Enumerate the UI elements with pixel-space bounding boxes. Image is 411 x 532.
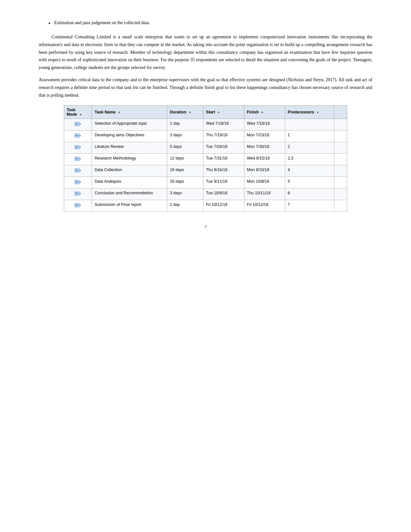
finish-cell: Mon 9/10/18 (244, 165, 285, 177)
predecessors-cell: 2,3 (285, 154, 334, 165)
finish-cell: Thu 10/11/18 (244, 189, 285, 200)
page-number: 7 (39, 225, 372, 230)
start-cell: Tue 9/11/18 (203, 177, 244, 189)
table-row: Submission of Final report1 dayFri 10/12… (64, 200, 347, 212)
svg-marker-29 (79, 204, 81, 206)
paragraph-2: Assessment provides critical data to the… (39, 76, 372, 99)
task-mode-cell (64, 131, 92, 142)
task-mode-icon (74, 179, 82, 186)
table-header-row: TaskMode ▼ Task Name ▼ Duration ▼ Start … (64, 106, 347, 119)
task-name-cell: Conclusion and Recommndetion (92, 189, 167, 200)
predecessors-cell: 5 (285, 177, 334, 189)
duration-cell: 3 days (167, 189, 203, 200)
svg-marker-17 (79, 169, 81, 171)
finish-cell: Fri 10/12/18 (244, 200, 285, 212)
start-cell: Wed 7/18/18 (203, 119, 244, 131)
sort-arrow-task-name: ▼ (118, 111, 121, 114)
predecessors-cell: 7 (285, 200, 334, 212)
task-mode-cell (64, 177, 92, 189)
finish-cell: Mon 7/30/18 (244, 142, 285, 154)
col-header-task-name[interactable]: Task Name ▼ (92, 106, 167, 119)
start-cell: Tue 10/9/18 (203, 189, 244, 200)
task-name-cell: Selection of Appropriate topic (92, 119, 167, 131)
table-row: Data Analaysis20 daysTue 9/11/18Mon 10/8… (64, 177, 347, 189)
bullet-item: • Estimation and pass judgement on the c… (48, 19, 372, 28)
svg-marker-25 (79, 193, 81, 195)
duration-cell: 1 day (167, 119, 203, 131)
extra-cell (334, 119, 347, 131)
extra-cell (334, 200, 347, 212)
svg-marker-21 (79, 181, 81, 183)
finish-cell: Wed 8/15/18 (244, 154, 285, 165)
task-name-cell: Submission of Final report (92, 200, 167, 212)
task-mode-cell (64, 142, 92, 154)
table-row: Conclusion and Recommndetion3 daysTue 10… (64, 189, 347, 200)
extra-cell (334, 165, 347, 177)
duration-cell: 18 days (167, 165, 203, 177)
svg-rect-12 (75, 157, 79, 161)
sort-arrow-task-mode: ▼ (79, 113, 82, 116)
svg-marker-5 (79, 135, 81, 137)
svg-rect-24 (75, 192, 79, 196)
task-mode-icon (74, 121, 82, 128)
extra-cell (334, 142, 347, 154)
table-row: Data Collection18 daysThu 8/16/18Mon 9/1… (64, 165, 347, 177)
task-mode-cell (64, 154, 92, 165)
task-mode-cell (64, 165, 92, 177)
gantt-table: TaskMode ▼ Task Name ▼ Duration ▼ Start … (64, 105, 347, 212)
bullet-text: Estimation and pass judgement on the col… (54, 19, 150, 26)
extra-cell (334, 177, 347, 189)
duration-cell: 20 days (167, 177, 203, 189)
table-row: Litrature Review5 daysTue 7/24/18Mon 7/3… (64, 142, 347, 154)
task-name-cell: Developing aims Objectives (92, 131, 167, 142)
duration-cell: 12 days (167, 154, 203, 165)
finish-cell: Mon 10/8/18 (244, 177, 285, 189)
svg-rect-28 (75, 203, 79, 207)
duration-cell: 1 day (167, 200, 203, 212)
task-mode-icon (74, 191, 82, 198)
task-mode-cell (64, 119, 92, 131)
gantt-table-container: TaskMode ▼ Task Name ▼ Duration ▼ Start … (64, 105, 347, 212)
task-mode-cell (64, 189, 92, 200)
table-row: Selection of Appropriate topic1 dayWed 7… (64, 119, 347, 131)
duration-cell: 3 days (167, 131, 203, 142)
extra-cell (334, 131, 347, 142)
task-name-cell: Litrature Review (92, 142, 167, 154)
table-row: Developing aims Objectives3 daysThu 7/19… (64, 131, 347, 142)
finish-cell: Wed 7/18/18 (244, 119, 285, 131)
start-cell: Thu 7/19/18 (203, 131, 244, 142)
task-mode-icon (74, 168, 82, 174)
svg-marker-1 (79, 123, 81, 125)
extra-cell (334, 154, 347, 165)
start-cell: Tue 7/31/18 (203, 154, 244, 165)
bullet-section: • Estimation and pass judgement on the c… (39, 19, 372, 28)
col-header-start[interactable]: Start ▼ (203, 106, 244, 119)
table-row: Research Methodology12 daysTue 7/31/18We… (64, 154, 347, 165)
svg-marker-9 (79, 146, 81, 148)
col-header-duration[interactable]: Duration ▼ (167, 106, 203, 119)
svg-rect-0 (75, 122, 79, 126)
svg-rect-8 (75, 145, 79, 149)
extra-cell (334, 189, 347, 200)
task-mode-icon (74, 156, 82, 163)
task-mode-icon (74, 202, 82, 209)
svg-rect-20 (75, 180, 79, 184)
predecessors-cell: 4 (285, 165, 334, 177)
bullet-dot: • (48, 19, 50, 28)
task-mode-icon (74, 144, 82, 151)
start-cell: Tue 7/24/18 (203, 142, 244, 154)
task-mode-icon (74, 133, 82, 140)
col-header-finish[interactable]: Finish ▼ (244, 106, 285, 119)
col-header-predecessors[interactable]: Predecessors ▼ (285, 106, 334, 119)
task-name-cell: Data Collection (92, 165, 167, 177)
task-name-cell: Data Analaysis (92, 177, 167, 189)
col-header-task-mode[interactable]: TaskMode ▼ (64, 106, 92, 119)
start-cell: Fri 10/12/18 (203, 200, 244, 212)
sort-arrow-finish: ▼ (261, 111, 264, 114)
paragraph-1: Continental Consulting Limited is a smal… (39, 33, 372, 72)
task-mode-cell (64, 200, 92, 212)
predecessors-cell (285, 119, 334, 131)
predecessors-cell: 6 (285, 189, 334, 200)
col-header-extra (334, 106, 347, 119)
sort-arrow-duration: ▼ (189, 111, 191, 114)
